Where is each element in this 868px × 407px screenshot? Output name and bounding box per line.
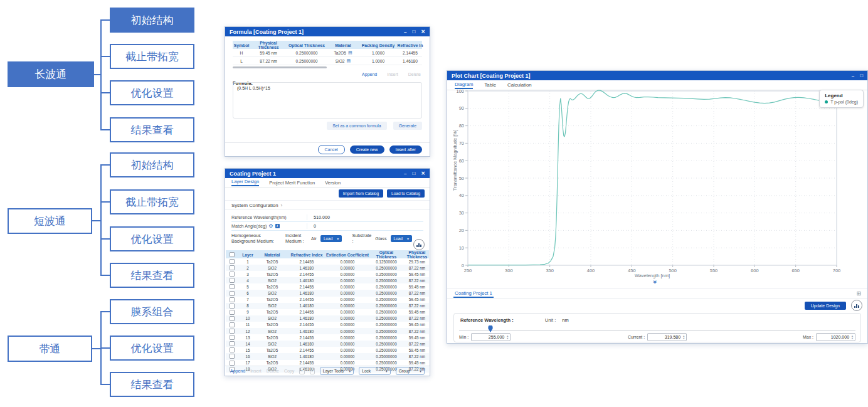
select-all-checkbox[interactable]	[230, 252, 235, 257]
insert-after-button[interactable]: Insert after	[389, 145, 423, 154]
current-value[interactable]: 319.580	[650, 335, 680, 339]
row-checkbox[interactable]	[230, 291, 235, 296]
tab-layer-design[interactable]: Layer Design	[231, 179, 259, 186]
layer-table-row[interactable]: 16 SiO2 1.46180 0.00000 0.25000000 87.22…	[226, 353, 429, 359]
close-icon[interactable]: ✕	[421, 29, 425, 34]
layer-table-row[interactable]: 11 Ta2O5 2.14455 0.00000 0.25000000 59.4…	[226, 322, 429, 328]
layer-table-row[interactable]: 8 SiO2 1.46180 0.00000 0.25000000 87.22 …	[226, 303, 429, 309]
row-checkbox[interactable]	[230, 341, 235, 346]
lock-dropdown[interactable]: Lock ▾	[359, 367, 390, 375]
match-angle-row: Match Angle(deg) ⚙ i 0	[231, 221, 423, 231]
tab-version[interactable]: Version	[325, 180, 341, 186]
row-checkbox[interactable]	[230, 278, 235, 283]
menu-calculation[interactable]: Calculation	[507, 82, 532, 88]
close-icon[interactable]: ✕	[421, 171, 425, 176]
match-angle-value[interactable]: 0	[307, 223, 351, 229]
collapse-chevron-icon[interactable]: »	[652, 280, 659, 283]
row-checkbox[interactable]	[230, 310, 235, 315]
row-checkbox[interactable]	[230, 284, 235, 289]
material-catalog-icon[interactable]: ▤	[348, 50, 352, 55]
wavelength-slider-handle[interactable]	[488, 325, 493, 332]
spin-down-icon[interactable]: ▼	[682, 337, 685, 340]
tab-project-merit-function[interactable]: Project Merit Function	[269, 180, 315, 186]
row-checkbox[interactable]	[230, 259, 235, 264]
copy-button[interactable]: Copy	[284, 369, 294, 373]
info-icon[interactable]: i	[275, 224, 280, 228]
move-down-button[interactable]: ↓	[310, 367, 315, 374]
minimize-icon[interactable]: –	[404, 29, 406, 34]
layer-table-row[interactable]: 14 SiO2 1.46180 0.00000 0.25000000 87.22…	[226, 341, 429, 347]
layer-table-row[interactable]: 3 Ta2O5 2.14455 0.00000 0.25000000 59.45…	[226, 271, 429, 277]
insert-button[interactable]: Insert	[387, 72, 398, 77]
row-checkbox[interactable]	[230, 329, 235, 334]
cell-extinction: 0.00000	[326, 291, 369, 295]
move-up-button[interactable]: ↑	[299, 367, 304, 374]
delete-button[interactable]: Delete	[267, 369, 279, 373]
layer-tools-dropdown[interactable]: Layer Tools ▾	[320, 367, 354, 375]
maximize-icon[interactable]: □	[860, 73, 863, 78]
layer-table-row[interactable]: 13 Ta2O5 2.14455 0.00000 0.25000000 59.4…	[226, 334, 429, 341]
update-design-button[interactable]: Update Design	[805, 302, 846, 310]
append-button[interactable]: Append	[362, 72, 377, 77]
material-catalog-icon[interactable]: ▤	[347, 58, 351, 63]
connector	[92, 220, 100, 221]
formula-table-row[interactable]: L 87.22 nm 0.25000000 SiO2 ▤ 1.0000 1.46…	[233, 57, 422, 65]
cell-material: SiO2	[257, 354, 287, 359]
quick-chart-icon[interactable]	[851, 300, 862, 311]
cancel-button[interactable]: Cancel	[318, 145, 345, 154]
set-common-formula-button[interactable]: Set as a common formula	[327, 122, 386, 130]
row-checkbox[interactable]	[230, 272, 235, 277]
current-input[interactable]: 319.580 ▲▼	[647, 333, 687, 341]
maximize-icon[interactable]: □	[412, 29, 415, 34]
row-checkbox[interactable]	[230, 354, 235, 359]
cell-layer: 3	[238, 272, 257, 277]
minimize-icon[interactable]: –	[852, 73, 854, 78]
wavelength-slider-track[interactable]	[459, 330, 855, 330]
row-checkbox[interactable]	[230, 361, 235, 366]
cell-extinction: 0.00000	[326, 260, 369, 264]
quick-chart-icon[interactable]	[413, 239, 425, 250]
create-new-button[interactable]: Create new	[350, 145, 384, 154]
menu-table[interactable]: Table	[484, 82, 496, 88]
formula-titlebar[interactable]: Formula [Coating Project 1] – □ ✕	[225, 27, 430, 36]
tab-coating-project-1[interactable]: Coating Project 1	[453, 289, 494, 298]
reference-wavelength-label: Reference Wavelength :	[460, 317, 514, 323]
layer-table-row[interactable]: 6 SiO2 1.46180 0.00000 0.25000000 87.22 …	[226, 290, 429, 296]
row-checkbox[interactable]	[230, 265, 235, 270]
substrate-load-button[interactable]: Load ▾	[391, 235, 412, 242]
incident-load-button[interactable]: Load ▾	[320, 235, 342, 242]
layer-table-row[interactable]: 1 Ta2O5 2.14455 0.00000 0.12500000 29.73…	[226, 258, 429, 265]
add-tab-icon[interactable]: ⊞	[856, 290, 861, 297]
group-dropdown[interactable]: Group ▾	[396, 367, 425, 375]
row-checkbox[interactable]	[230, 322, 235, 327]
formula-input[interactable]: (0.5H L 0.5H)^15	[233, 82, 422, 119]
formula-table-row[interactable]: H 59.45 nm 0.25000000 Ta2O5 ▤ 1.0000 2.1…	[233, 49, 422, 57]
coating-titlebar[interactable]: Coating Project 1 – □ ✕	[225, 169, 430, 178]
layer-table-row[interactable]: 7 Ta2O5 2.14455 0.00000 0.25000000 59.45…	[226, 297, 429, 303]
row-checkbox[interactable]	[230, 347, 235, 352]
layer-table-row[interactable]: 5 Ta2O5 2.14455 0.00000 0.25000000 59.45…	[226, 283, 429, 290]
generate-button[interactable]: Generate	[393, 122, 422, 130]
append-button[interactable]: Append	[230, 369, 245, 373]
layer-table-row[interactable]: 15 Ta2O5 2.14455 0.00000 0.25000000 59.4…	[226, 347, 429, 353]
system-configuration-row[interactable]: System Configuration ›	[225, 200, 430, 210]
row-checkbox[interactable]	[230, 297, 235, 302]
plot-titlebar[interactable]: Plot Chart [Coating Project 1] – □	[447, 71, 867, 80]
layer-table-row[interactable]: 4 SiO2 1.46180 0.00000 0.25000000 87.22 …	[226, 277, 429, 283]
reference-wavelength-value[interactable]: 510.000	[307, 214, 351, 220]
gear-icon[interactable]: ⚙	[268, 223, 273, 229]
layer-table-row[interactable]: 9 Ta2O5 2.14455 0.00000 0.25000000 59.45…	[226, 309, 429, 315]
insert-button[interactable]: Insert	[250, 369, 262, 373]
layer-table-row[interactable]: 2 SiO2 1.46180 0.00000 0.25000000 87.22 …	[226, 265, 429, 271]
row-checkbox[interactable]	[230, 335, 235, 340]
layer-table-row[interactable]: 12 SiO2 1.46180 0.00000 0.25000000 87.22…	[226, 328, 429, 334]
layer-table-row[interactable]: 10 SiO2 1.46180 0.00000 0.25000000 87.22…	[226, 315, 429, 322]
delete-button[interactable]: Delete	[408, 72, 421, 77]
horizontal-scrollbar[interactable]	[233, 66, 327, 68]
row-checkbox[interactable]	[230, 316, 235, 321]
import-from-catalog-button[interactable]: Import from Catalog	[339, 189, 383, 198]
load-to-catalog-button[interactable]: Load to Catalog	[387, 189, 425, 198]
row-checkbox[interactable]	[230, 304, 235, 309]
maximize-icon[interactable]: □	[412, 171, 415, 176]
minimize-icon[interactable]: –	[404, 171, 406, 176]
